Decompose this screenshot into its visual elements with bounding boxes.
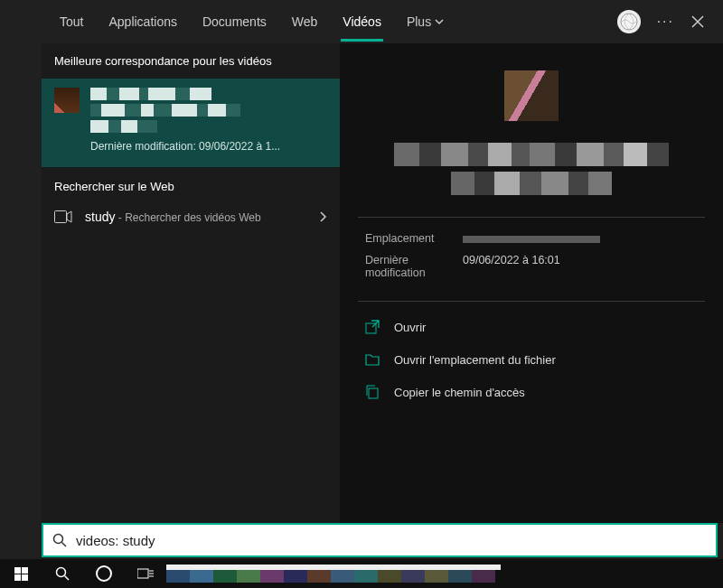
globe-icon	[620, 13, 638, 31]
results-list: Meilleure correspondance pour les vidéos…	[42, 43, 340, 523]
start-button[interactable]	[0, 559, 42, 588]
taskbar-search-button[interactable]	[42, 559, 83, 588]
body: Meilleure correspondance pour les vidéos…	[42, 43, 723, 523]
search-input[interactable]	[76, 533, 707, 548]
tab-more-label: Plus	[407, 14, 431, 29]
video-icon	[54, 210, 72, 223]
meta-modified: Dernière modification 09/06/2022 à 16:01	[365, 254, 698, 279]
tab-documents[interactable]: Documents	[201, 2, 268, 42]
chevron-down-icon	[435, 17, 444, 26]
folder-icon	[365, 352, 380, 367]
search-panel: Tout Applications Documents Web Vidéos P…	[42, 0, 723, 523]
actions: Ouvrir Ouvrir l'emplacement du fichier C…	[340, 302, 723, 417]
svg-rect-1	[55, 211, 67, 223]
tab-more[interactable]: Plus	[405, 2, 446, 42]
redacted-title	[90, 88, 327, 100]
meta-modified-value: 09/06/2022 à 16:01	[463, 254, 560, 279]
user-avatar[interactable]	[617, 10, 641, 33]
action-open-label: Ouvrir	[394, 321, 426, 334]
taskbar	[0, 559, 723, 588]
taskview-icon	[137, 567, 154, 580]
copy-icon	[365, 385, 380, 399]
web-search-text: study - Rechercher des vidéos Web	[85, 210, 261, 224]
taskbar-app-area	[166, 565, 501, 583]
video-thumbnail-icon	[54, 88, 80, 113]
redacted-path	[463, 236, 600, 243]
best-match-subtitle: Dernière modification: 09/06/2022 à 1...	[90, 140, 327, 153]
meta-location-value	[463, 232, 600, 245]
web-search-item[interactable]: study - Rechercher des vidéos Web	[42, 202, 340, 231]
windows-icon	[14, 567, 28, 581]
web-search-suffix: - Rechercher des vidéos Web	[115, 211, 260, 224]
preview-thumbnail	[504, 70, 559, 121]
close-icon[interactable]	[690, 14, 705, 29]
meta-location-label: Emplacement	[365, 232, 445, 245]
preview	[340, 43, 723, 195]
open-icon	[365, 320, 380, 334]
taskview-button[interactable]	[125, 559, 166, 588]
action-open-location[interactable]: Ouvrir l'emplacement du fichier	[365, 343, 698, 376]
search-icon	[55, 566, 70, 581]
options-button[interactable]: ···	[657, 14, 674, 30]
svg-rect-3	[369, 388, 378, 398]
redacted-preview-title-2	[365, 172, 698, 195]
chevron-right-icon	[318, 211, 327, 222]
tab-all[interactable]: Tout	[58, 2, 85, 42]
tabs: Tout Applications Documents Web Vidéos P…	[42, 0, 723, 43]
web-search-prefix: study	[85, 210, 115, 224]
cortana-button[interactable]	[83, 559, 125, 588]
redacted-title-3	[90, 120, 327, 133]
best-match-header: Meilleure correspondance pour les vidéos	[42, 43, 340, 79]
action-copy-path-label: Copier le chemin d'accès	[394, 386, 525, 399]
best-match-text: Dernière modification: 09/06/2022 à 1...	[90, 88, 327, 153]
search-icon	[52, 533, 67, 547]
action-open[interactable]: Ouvrir	[365, 311, 698, 343]
svg-rect-6	[137, 569, 148, 578]
preview-pane: Emplacement Dernière modification 09/06/…	[340, 43, 723, 523]
tab-apps[interactable]: Applications	[107, 2, 179, 42]
meta-location: Emplacement	[365, 232, 698, 245]
svg-point-4	[54, 535, 63, 544]
cortana-icon	[96, 565, 112, 582]
action-copy-path[interactable]: Copier le chemin d'accès	[365, 376, 698, 408]
tab-web[interactable]: Web	[290, 2, 320, 42]
best-match-item[interactable]: Dernière modification: 09/06/2022 à 1...	[42, 79, 340, 167]
action-open-location-label: Ouvrir l'emplacement du fichier	[394, 353, 556, 367]
web-search-header: Rechercher sur le Web	[42, 167, 340, 202]
search-bar[interactable]	[42, 523, 718, 557]
tabs-right: ···	[617, 10, 723, 33]
tab-videos[interactable]: Vidéos	[341, 2, 383, 42]
redacted-preview-title	[365, 143, 698, 166]
meta-modified-label: Dernière modification	[365, 254, 445, 279]
metadata: Emplacement Dernière modification 09/06/…	[340, 218, 723, 279]
svg-point-5	[57, 568, 66, 577]
redacted-title-2	[90, 104, 327, 117]
